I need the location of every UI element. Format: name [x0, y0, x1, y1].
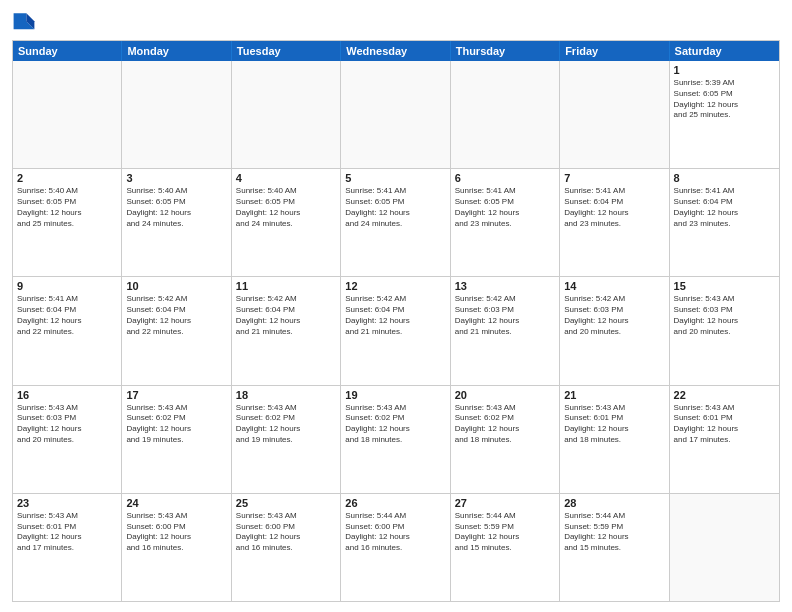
day-info: Sunrise: 5:42 AM Sunset: 6:04 PM Dayligh… [345, 294, 445, 337]
day-info: Sunrise: 5:43 AM Sunset: 6:02 PM Dayligh… [345, 403, 445, 446]
day-info: Sunrise: 5:43 AM Sunset: 6:00 PM Dayligh… [126, 511, 226, 554]
day-number: 8 [674, 172, 775, 184]
calendar-row: 2Sunrise: 5:40 AM Sunset: 6:05 PM Daylig… [13, 168, 779, 276]
day-info: Sunrise: 5:43 AM Sunset: 6:03 PM Dayligh… [17, 403, 117, 446]
day-info: Sunrise: 5:40 AM Sunset: 6:05 PM Dayligh… [236, 186, 336, 229]
day-info: Sunrise: 5:41 AM Sunset: 6:05 PM Dayligh… [455, 186, 555, 229]
day-info: Sunrise: 5:43 AM Sunset: 6:02 PM Dayligh… [455, 403, 555, 446]
day-number: 4 [236, 172, 336, 184]
day-number: 9 [17, 280, 117, 292]
calendar-cell [451, 61, 560, 168]
weekday-header: Friday [560, 41, 669, 61]
day-number: 17 [126, 389, 226, 401]
calendar-cell [13, 61, 122, 168]
day-info: Sunrise: 5:41 AM Sunset: 6:04 PM Dayligh… [674, 186, 775, 229]
day-info: Sunrise: 5:44 AM Sunset: 5:59 PM Dayligh… [455, 511, 555, 554]
calendar-cell: 1Sunrise: 5:39 AM Sunset: 6:05 PM Daylig… [670, 61, 779, 168]
day-number: 27 [455, 497, 555, 509]
calendar-cell [232, 61, 341, 168]
day-number: 22 [674, 389, 775, 401]
weekday-header: Thursday [451, 41, 560, 61]
weekday-header: Wednesday [341, 41, 450, 61]
day-info: Sunrise: 5:43 AM Sunset: 6:02 PM Dayligh… [126, 403, 226, 446]
calendar-row: 1Sunrise: 5:39 AM Sunset: 6:05 PM Daylig… [13, 61, 779, 168]
calendar-cell: 2Sunrise: 5:40 AM Sunset: 6:05 PM Daylig… [13, 169, 122, 276]
day-number: 18 [236, 389, 336, 401]
day-info: Sunrise: 5:42 AM Sunset: 6:03 PM Dayligh… [455, 294, 555, 337]
day-info: Sunrise: 5:43 AM Sunset: 6:03 PM Dayligh… [674, 294, 775, 337]
day-number: 11 [236, 280, 336, 292]
calendar-cell: 19Sunrise: 5:43 AM Sunset: 6:02 PM Dayli… [341, 386, 450, 493]
day-number: 2 [17, 172, 117, 184]
day-number: 26 [345, 497, 445, 509]
calendar-cell: 15Sunrise: 5:43 AM Sunset: 6:03 PM Dayli… [670, 277, 779, 384]
day-info: Sunrise: 5:41 AM Sunset: 6:04 PM Dayligh… [17, 294, 117, 337]
calendar-body: 1Sunrise: 5:39 AM Sunset: 6:05 PM Daylig… [13, 61, 779, 601]
calendar-row: 16Sunrise: 5:43 AM Sunset: 6:03 PM Dayli… [13, 385, 779, 493]
day-number: 16 [17, 389, 117, 401]
day-info: Sunrise: 5:43 AM Sunset: 6:01 PM Dayligh… [17, 511, 117, 554]
weekday-header: Saturday [670, 41, 779, 61]
calendar-row: 23Sunrise: 5:43 AM Sunset: 6:01 PM Dayli… [13, 493, 779, 601]
page: SundayMondayTuesdayWednesdayThursdayFrid… [0, 0, 792, 612]
day-number: 28 [564, 497, 664, 509]
day-number: 14 [564, 280, 664, 292]
day-number: 3 [126, 172, 226, 184]
calendar-cell: 28Sunrise: 5:44 AM Sunset: 5:59 PM Dayli… [560, 494, 669, 601]
calendar-cell: 11Sunrise: 5:42 AM Sunset: 6:04 PM Dayli… [232, 277, 341, 384]
calendar-cell: 4Sunrise: 5:40 AM Sunset: 6:05 PM Daylig… [232, 169, 341, 276]
calendar-cell: 22Sunrise: 5:43 AM Sunset: 6:01 PM Dayli… [670, 386, 779, 493]
day-number: 19 [345, 389, 445, 401]
calendar-cell: 18Sunrise: 5:43 AM Sunset: 6:02 PM Dayli… [232, 386, 341, 493]
day-info: Sunrise: 5:40 AM Sunset: 6:05 PM Dayligh… [17, 186, 117, 229]
day-info: Sunrise: 5:40 AM Sunset: 6:05 PM Dayligh… [126, 186, 226, 229]
calendar-header: SundayMondayTuesdayWednesdayThursdayFrid… [13, 41, 779, 61]
day-number: 6 [455, 172, 555, 184]
calendar-row: 9Sunrise: 5:41 AM Sunset: 6:04 PM Daylig… [13, 276, 779, 384]
weekday-header: Sunday [13, 41, 122, 61]
day-number: 20 [455, 389, 555, 401]
calendar-cell [341, 61, 450, 168]
weekday-header: Monday [122, 41, 231, 61]
day-info: Sunrise: 5:43 AM Sunset: 6:01 PM Dayligh… [674, 403, 775, 446]
day-info: Sunrise: 5:43 AM Sunset: 6:01 PM Dayligh… [564, 403, 664, 446]
day-number: 12 [345, 280, 445, 292]
calendar-cell: 7Sunrise: 5:41 AM Sunset: 6:04 PM Daylig… [560, 169, 669, 276]
day-number: 1 [674, 64, 775, 76]
day-info: Sunrise: 5:42 AM Sunset: 6:04 PM Dayligh… [126, 294, 226, 337]
day-number: 21 [564, 389, 664, 401]
day-number: 25 [236, 497, 336, 509]
calendar-cell: 14Sunrise: 5:42 AM Sunset: 6:03 PM Dayli… [560, 277, 669, 384]
day-info: Sunrise: 5:43 AM Sunset: 6:00 PM Dayligh… [236, 511, 336, 554]
calendar-cell: 12Sunrise: 5:42 AM Sunset: 6:04 PM Dayli… [341, 277, 450, 384]
calendar-cell: 23Sunrise: 5:43 AM Sunset: 6:01 PM Dayli… [13, 494, 122, 601]
day-number: 5 [345, 172, 445, 184]
calendar-cell [122, 61, 231, 168]
day-info: Sunrise: 5:44 AM Sunset: 6:00 PM Dayligh… [345, 511, 445, 554]
calendar-cell: 26Sunrise: 5:44 AM Sunset: 6:00 PM Dayli… [341, 494, 450, 601]
logo [12, 10, 40, 34]
day-info: Sunrise: 5:39 AM Sunset: 6:05 PM Dayligh… [674, 78, 775, 121]
calendar-cell: 13Sunrise: 5:42 AM Sunset: 6:03 PM Dayli… [451, 277, 560, 384]
calendar-cell: 3Sunrise: 5:40 AM Sunset: 6:05 PM Daylig… [122, 169, 231, 276]
calendar-cell: 20Sunrise: 5:43 AM Sunset: 6:02 PM Dayli… [451, 386, 560, 493]
day-number: 10 [126, 280, 226, 292]
weekday-header: Tuesday [232, 41, 341, 61]
calendar-cell: 5Sunrise: 5:41 AM Sunset: 6:05 PM Daylig… [341, 169, 450, 276]
calendar-cell: 10Sunrise: 5:42 AM Sunset: 6:04 PM Dayli… [122, 277, 231, 384]
calendar-cell: 16Sunrise: 5:43 AM Sunset: 6:03 PM Dayli… [13, 386, 122, 493]
day-number: 15 [674, 280, 775, 292]
day-info: Sunrise: 5:44 AM Sunset: 5:59 PM Dayligh… [564, 511, 664, 554]
header [12, 10, 780, 34]
calendar-cell: 8Sunrise: 5:41 AM Sunset: 6:04 PM Daylig… [670, 169, 779, 276]
day-number: 13 [455, 280, 555, 292]
day-info: Sunrise: 5:42 AM Sunset: 6:03 PM Dayligh… [564, 294, 664, 337]
day-number: 23 [17, 497, 117, 509]
calendar-cell [560, 61, 669, 168]
day-info: Sunrise: 5:43 AM Sunset: 6:02 PM Dayligh… [236, 403, 336, 446]
day-info: Sunrise: 5:42 AM Sunset: 6:04 PM Dayligh… [236, 294, 336, 337]
calendar-cell: 24Sunrise: 5:43 AM Sunset: 6:00 PM Dayli… [122, 494, 231, 601]
calendar-cell [670, 494, 779, 601]
calendar-cell: 21Sunrise: 5:43 AM Sunset: 6:01 PM Dayli… [560, 386, 669, 493]
day-info: Sunrise: 5:41 AM Sunset: 6:05 PM Dayligh… [345, 186, 445, 229]
